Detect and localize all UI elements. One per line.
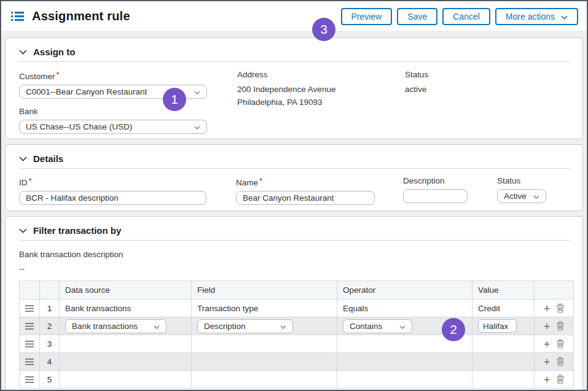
address-line2: Philadelphia, PA 19093 [237, 96, 335, 109]
required-asterisk: * [57, 70, 60, 79]
field-select[interactable]: Description [197, 319, 293, 333]
add-row-icon[interactable]: + [543, 374, 550, 385]
filter-section: Filter transaction by Bank transaction d… [5, 216, 583, 391]
preview-button[interactable]: Preview [341, 8, 393, 25]
details-status-label: Status [497, 176, 546, 185]
row-number: 4 [40, 353, 60, 371]
more-actions-label: More actions [506, 12, 555, 21]
page-title: Assignment rule [32, 9, 130, 23]
operator-cell: Equals [337, 300, 472, 317]
trash-icon[interactable] [556, 374, 565, 384]
filter-header: Filter transaction by [19, 220, 570, 241]
trash-icon[interactable] [556, 321, 565, 331]
name-label: Name* [236, 176, 375, 187]
chevron-down-icon [194, 87, 200, 96]
operator-column-header: Operator [337, 281, 472, 300]
details-status-select[interactable]: Active [497, 189, 546, 203]
chevron-down-icon [399, 322, 406, 331]
table-row: 3 + [20, 335, 574, 353]
assign-to-header: Assign to [19, 41, 570, 62]
data-source-select[interactable]: Bank transactions [65, 319, 167, 333]
collapse-chevron-icon[interactable] [19, 153, 27, 164]
bank-transaction-description-label: Bank transaction description [19, 250, 570, 259]
operator-select[interactable]: Contains [343, 319, 412, 333]
chevron-down-icon [194, 122, 200, 131]
assign-to-title: Assign to [33, 47, 75, 57]
collapse-chevron-icon[interactable] [19, 225, 27, 236]
description-label: Description [403, 176, 468, 185]
table-row: 2 Bank transactions Description Contains… [20, 317, 574, 335]
table-row: 5 + [20, 371, 574, 389]
id-input[interactable] [19, 191, 206, 205]
row-number: 3 [40, 335, 60, 353]
required-asterisk: * [259, 176, 262, 185]
filter-conditions-table: Data source Field Operator Value 1 Bank … [19, 281, 574, 389]
add-row-icon[interactable]: + [543, 320, 550, 332]
name-input[interactable] [236, 191, 375, 205]
drag-handle-icon[interactable] [25, 376, 34, 384]
details-header: Details [19, 148, 570, 169]
save-button[interactable]: Save [397, 8, 437, 25]
add-row-icon[interactable]: + [543, 356, 550, 368]
drag-handle-icon[interactable] [25, 358, 34, 366]
id-label: ID* [19, 176, 206, 187]
filter-title: Filter transaction by [33, 225, 121, 236]
annotation-step-1: 1 [163, 88, 186, 111]
more-actions-button[interactable]: More actions [495, 8, 578, 25]
row-number: 2 [40, 317, 60, 335]
customer-select-value: C0001--Bear Canyon Restaurant [26, 87, 147, 96]
chevron-down-icon [561, 12, 568, 21]
annotation-step-3: 3 [312, 18, 335, 41]
details-section: Details ID* Name* Description Status [5, 144, 583, 211]
add-row-icon[interactable]: + [543, 338, 550, 350]
chevron-down-icon [280, 322, 286, 331]
assign-to-section: Assign to Customer* C0001--Bear Canyon R… [5, 37, 583, 139]
table-row: 1 Bank transactions Transaction type Equ… [20, 300, 574, 317]
details-status-value: Active [504, 192, 527, 201]
number-column-header [40, 281, 60, 300]
toolbar: Preview Save Cancel More actions [341, 8, 578, 25]
field-column-header: Field [192, 281, 337, 300]
details-title: Details [33, 153, 63, 164]
address-line1: 200 Independence Avenue [237, 83, 335, 96]
row-number: 1 [40, 300, 60, 317]
cancel-button[interactable]: Cancel [442, 8, 490, 25]
top-bar: Assignment rule Preview Save Cancel More… [1, 1, 587, 32]
drag-column-header [20, 281, 40, 300]
bank-select-value: US Chase--US Chase (USD) [26, 122, 132, 131]
description-input[interactable] [403, 189, 468, 203]
value-column-header: Value [472, 281, 535, 300]
trash-icon[interactable] [556, 339, 565, 349]
address-label: Address [237, 70, 335, 79]
required-asterisk: * [29, 176, 32, 185]
add-row-icon[interactable]: + [543, 303, 550, 314]
drag-handle-icon[interactable] [25, 322, 34, 330]
chevron-down-icon [533, 192, 539, 201]
collapse-chevron-icon[interactable] [19, 46, 27, 57]
value-input[interactable] [478, 319, 517, 333]
bank-transaction-description-value: -- [19, 264, 570, 273]
field-cell: Transaction type [192, 300, 337, 317]
table-row: 4 + [20, 353, 574, 371]
assign-status-label: Status [405, 70, 428, 79]
trash-icon[interactable] [556, 303, 565, 313]
drag-handle-icon[interactable] [25, 340, 34, 348]
row-number: 5 [40, 371, 60, 389]
trash-icon[interactable] [556, 357, 565, 366]
assignment-rule-window: Assignment rule Preview Save Cancel More… [0, 0, 588, 391]
assign-status-value: active [405, 83, 428, 96]
list-menu-icon[interactable] [11, 11, 24, 21]
customer-label: Customer* [19, 70, 207, 81]
chevron-down-icon [154, 322, 160, 331]
actions-column-header [535, 281, 574, 300]
annotation-step-2: 2 [442, 318, 465, 341]
data-source-column-header: Data source [60, 281, 192, 300]
data-source-cell: Bank transactions [60, 300, 192, 317]
table-header-row: Data source Field Operator Value [20, 281, 574, 300]
drag-handle-icon[interactable] [25, 304, 34, 312]
bank-select[interactable]: US Chase--US Chase (USD) [19, 120, 207, 134]
value-cell: Credit [472, 300, 535, 317]
